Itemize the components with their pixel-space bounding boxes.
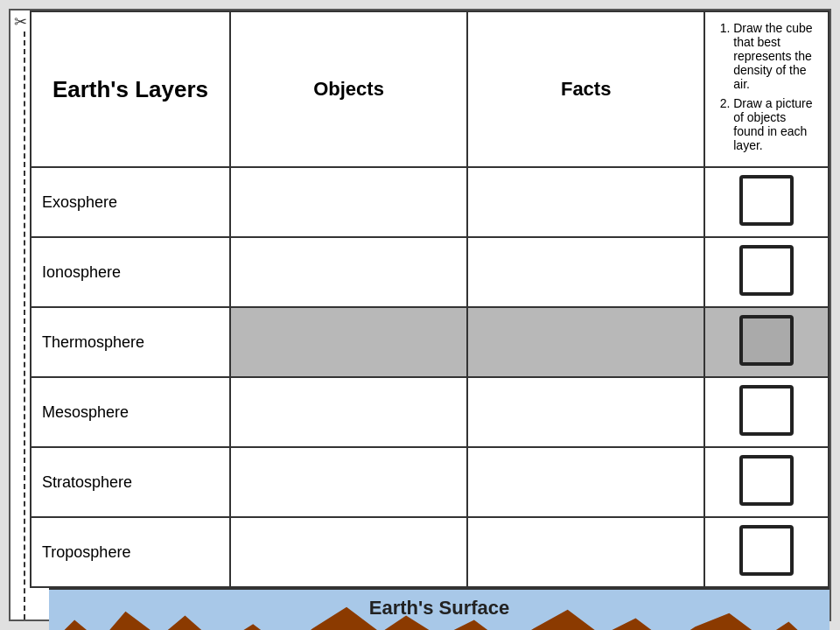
draw-cell-mesosphere <box>704 377 829 447</box>
col-instructions-header: Draw the cube that best represents the d… <box>704 11 829 167</box>
cube-mesosphere <box>739 385 794 436</box>
table-row: Ionosphere <box>31 237 829 307</box>
table-body: ExosphereIonosphereThermosphereMesospher… <box>31 167 829 587</box>
draw-cell-ionosphere <box>704 237 829 307</box>
objects-cell-troposphere[interactable] <box>230 517 467 587</box>
cube-thermosphere <box>739 315 794 366</box>
facts-cell-stratosphere[interactable] <box>467 447 704 517</box>
draw-cell-stratosphere <box>704 447 829 517</box>
scissors-icon: ✂ <box>14 12 27 32</box>
table-row: Troposphere <box>31 517 829 587</box>
earth-surface: Earth's Surface <box>49 588 830 630</box>
layer-name-ionosphere: Ionosphere <box>31 237 230 307</box>
layer-name-mesosphere: Mesosphere <box>31 377 230 447</box>
facts-cell-exosphere[interactable] <box>467 167 704 237</box>
draw-cell-exosphere <box>704 167 829 237</box>
layers-table: Earth's Layers Objects Facts Draw the cu… <box>30 10 830 588</box>
facts-cell-mesosphere[interactable] <box>467 377 704 447</box>
surface-label: Earth's Surface <box>369 597 510 620</box>
objects-cell-mesosphere[interactable] <box>230 377 467 447</box>
objects-cell-ionosphere[interactable] <box>230 237 467 307</box>
col-objects-header: Objects <box>230 11 467 167</box>
scissors-border: ✂ <box>10 10 30 620</box>
layer-name-thermosphere: Thermosphere <box>31 307 230 377</box>
cube-ionosphere <box>739 245 794 296</box>
col-layers-header: Earth's Layers <box>31 11 230 167</box>
layer-name-troposphere: Troposphere <box>31 517 230 587</box>
cube-stratosphere <box>739 455 794 506</box>
cube-exosphere <box>739 175 794 226</box>
table-row: Stratosphere <box>31 447 829 517</box>
objects-cell-exosphere[interactable] <box>230 167 467 237</box>
objects-cell-thermosphere[interactable] <box>230 307 467 377</box>
facts-cell-troposphere[interactable] <box>467 517 704 587</box>
cube-troposphere <box>739 525 794 576</box>
table-row: Exosphere <box>31 167 829 237</box>
table-row: Mesosphere <box>31 377 829 447</box>
objects-cell-stratosphere[interactable] <box>230 447 467 517</box>
draw-cell-thermosphere <box>704 307 829 377</box>
facts-cell-thermosphere[interactable] <box>467 307 704 377</box>
draw-cell-troposphere <box>704 517 829 587</box>
layer-name-exosphere: Exosphere <box>31 167 230 237</box>
main-content: Earth's Layers Objects Facts Draw the cu… <box>30 10 830 630</box>
facts-cell-ionosphere[interactable] <box>467 237 704 307</box>
instruction-1: Draw the cube that best represents the d… <box>733 21 816 91</box>
instruction-2: Draw a picture of objects found in each … <box>733 96 816 152</box>
dashed-line <box>24 32 25 620</box>
page: ✂ Earth's Layers Objects Facts Draw the … <box>9 9 831 621</box>
layer-name-stratosphere: Stratosphere <box>31 447 230 517</box>
table-row: Thermosphere <box>31 307 829 377</box>
header-row: Earth's Layers Objects Facts Draw the cu… <box>31 11 829 167</box>
col-facts-header: Facts <box>467 11 704 167</box>
